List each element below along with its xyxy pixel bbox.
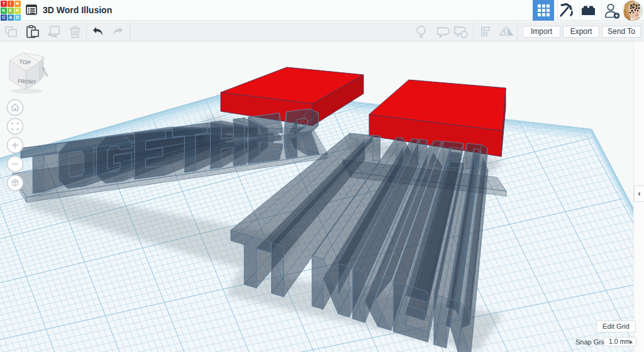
svg-text:FRONT: FRONT xyxy=(18,78,37,85)
